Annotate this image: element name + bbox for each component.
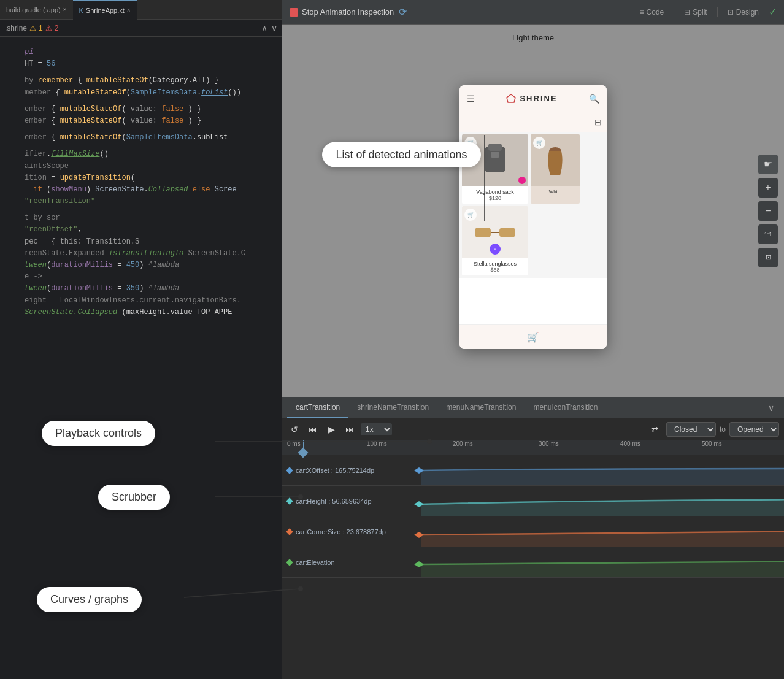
- product-name-2: Whi...: [534, 189, 576, 194]
- tab-cart-transition[interactable]: cartTransition: [287, 397, 348, 418]
- warning-count: 1: [39, 24, 43, 33]
- chevron-down-icon[interactable]: ∨: [271, 23, 277, 33]
- timeline-ruler: 0 ms 100 ms 200 ms 300 ms 400 ms 500 ms: [282, 440, 784, 455]
- sunglasses-svg: [474, 223, 517, 241]
- track-diamond-2: [286, 497, 293, 504]
- product-info-1: Vagabond sack $120: [462, 186, 528, 204]
- code-line: ember { mutableStateOf( value: false ) }: [0, 115, 282, 127]
- track-row-3: cartCornerSize : 23.678877dp: [282, 516, 784, 547]
- menu-icon: ☰: [467, 94, 475, 104]
- tab-gradle-label: build.gradle (:app): [6, 6, 61, 13]
- fit-button[interactable]: 1:1: [758, 224, 778, 244]
- product-name-1: Vagabond sack: [466, 189, 525, 195]
- editor-panel: build.gradle (:app) × K ShrineApp.kt × .…: [0, 0, 282, 679]
- track-label-1: cartXOffset : 165.75214dp: [282, 467, 405, 474]
- tab-shrineapp[interactable]: K ShrineApp.kt ×: [73, 0, 137, 20]
- code-line: member { mutableStateOf(SampleItemsData.…: [0, 87, 282, 99]
- tab-shrineapp-close[interactable]: ×: [127, 7, 131, 13]
- code-line: ember { mutableStateOf(SampleItemsData.s…: [0, 132, 282, 144]
- backpack-svg: [480, 140, 510, 180]
- speed-select[interactable]: 1x 0.5x 2x: [361, 423, 392, 435]
- annotation-playback-controls: Playback controls: [42, 421, 155, 446]
- view-split-button[interactable]: ⊟ Split: [684, 8, 707, 17]
- editor-header: .shrine ⚠ 1 ⚠ 2 ∧ ∨: [0, 20, 282, 37]
- tab-bar: build.gradle (:app) × K ShrineApp.kt ×: [0, 0, 282, 20]
- track-diamond-1: [286, 467, 293, 474]
- product-card-3: 🛒 M Stella sunglasses $58: [462, 206, 528, 275]
- ruler-mark-400: 400 ms: [620, 440, 640, 447]
- stop-animation-button[interactable]: Stop Animation Inspection: [290, 7, 394, 17]
- vase-svg: [543, 142, 567, 178]
- image-icon: ⊡: [728, 8, 734, 17]
- phone-app-header: ☰ SHRINE 🔍: [459, 85, 607, 112]
- track-curve-3: [405, 516, 784, 547]
- track-row-4: cartElevation: [282, 547, 784, 578]
- cart-add-icon-3: 🛒: [464, 209, 477, 221]
- split-icon: ⊟: [684, 8, 690, 17]
- code-editor: pi HT = 56 by remember { mutableStateOf(…: [0, 37, 282, 323]
- product-img-2: 🛒: [531, 134, 580, 186]
- zoom-out-button[interactable]: −: [758, 201, 778, 221]
- track-curve-1: [405, 455, 784, 485]
- product-info-3: Stella sunglasses $58: [462, 258, 528, 275]
- playback-controls-row: ↺ ⏮ ▶ ⏭ 1x 0.5x 2x ⇄ Closed Opened to Cl…: [282, 418, 784, 440]
- refresh-icon[interactable]: ⟳: [399, 6, 407, 18]
- svg-marker-0: [507, 94, 515, 102]
- from-state-select[interactable]: Closed Opened: [666, 422, 716, 437]
- code-line: e ->: [0, 271, 282, 283]
- code-line: [0, 70, 282, 75]
- view-design-button[interactable]: ⊡ Design: [728, 8, 759, 17]
- track-row-1: cartXOffset : 165.75214dp: [282, 455, 784, 486]
- play-button[interactable]: ▶: [324, 422, 339, 437]
- breadcrumb-text: .shrine: [5, 24, 27, 33]
- ruler-mark-100: 100 ms: [367, 440, 387, 447]
- svg-rect-6: [499, 228, 515, 237]
- product-price-3: $58: [466, 267, 525, 273]
- tab-gradle[interactable]: build.gradle (:app) ×: [0, 0, 73, 20]
- tab-gradle-close[interactable]: ×: [63, 6, 67, 13]
- shrine-icon: [506, 94, 516, 104]
- phone-mockup: ☰ SHRINE 🔍 ⊟ 🛒: [459, 85, 607, 349]
- tab-shrineapp-label: ShrineApp.kt: [86, 7, 125, 14]
- skip-forward-button[interactable]: ⏭: [342, 422, 357, 437]
- right-tools: ☛ + − 1:1 ⊡: [758, 155, 778, 267]
- skip-back-button[interactable]: ⏮: [306, 422, 320, 437]
- more-tabs-button[interactable]: ∨: [763, 403, 779, 413]
- tab-menu-icon-transition[interactable]: menuIconTransition: [525, 397, 606, 418]
- view-code-label: Code: [647, 8, 664, 17]
- filter-bar: ⊟: [459, 112, 607, 132]
- product-card-2: 🛒 Whi...: [531, 134, 580, 204]
- track-curve-4: [405, 547, 784, 577]
- app-name: SHRINE: [520, 94, 557, 103]
- code-line: [0, 127, 282, 132]
- hand-tool-button[interactable]: ☛: [758, 155, 778, 174]
- view-code-button[interactable]: ≡ Code: [640, 8, 664, 17]
- tab-shrine-name-transition[interactable]: shrineNameTransition: [348, 397, 437, 418]
- to-state-select[interactable]: Closed Opened: [729, 422, 779, 437]
- stop-label: Stop Animation Inspection: [302, 7, 394, 17]
- fullscreen-button[interactable]: ⊡: [758, 248, 778, 267]
- swap-button[interactable]: ⇄: [648, 422, 663, 437]
- track-label-4-text: cartElevation: [296, 559, 335, 566]
- track-canvas-3: [405, 516, 784, 547]
- tab-menu-name-transition[interactable]: menuNameTransition: [437, 397, 525, 418]
- ruler-mark-300: 300 ms: [539, 440, 559, 447]
- controls-right: ⇄ Closed Opened to Closed Opened: [648, 422, 779, 437]
- cart-bar: 🛒: [459, 324, 607, 349]
- top-bar-right: ≡ Code ⊟ Split ⊡ Design ✓: [640, 6, 777, 18]
- cart-icon-bottom: 🛒: [527, 331, 539, 343]
- code-line: ScreenState.Collapsed (maxHeight.value T…: [0, 307, 282, 318]
- product-grid: 🛒 Vagabond sack $120: [459, 132, 607, 278]
- code-line: [0, 144, 282, 148]
- breadcrumb: .shrine ⚠ 1 ⚠ 2: [5, 24, 58, 33]
- ruler-mark-200: 200 ms: [453, 440, 473, 447]
- product-name-3: Stella sunglasses: [466, 261, 525, 267]
- fav-dot-1: [518, 177, 526, 184]
- chevron-up-icon[interactable]: ∧: [261, 23, 267, 33]
- to-label: to: [720, 425, 726, 434]
- restart-button[interactable]: ↺: [287, 422, 302, 437]
- code-line: tween(durationMillis = 450) ^lambda: [0, 259, 282, 271]
- tab-icon: K: [79, 7, 83, 14]
- zoom-in-button[interactable]: +: [758, 178, 778, 198]
- preview-area: Light theme ☰ SHRINE 🔍 ⊟: [282, 25, 784, 397]
